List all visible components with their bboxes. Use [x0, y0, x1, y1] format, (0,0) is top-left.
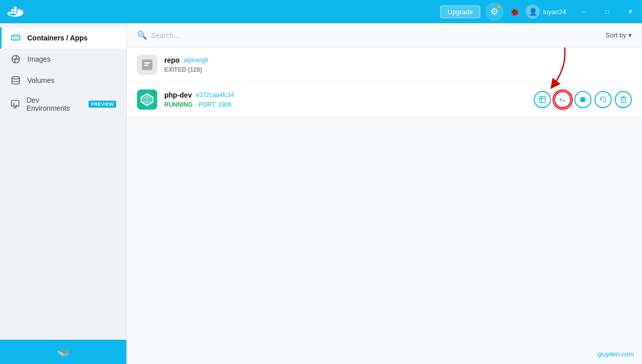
search-input[interactable]	[151, 31, 293, 39]
container-name: php-dev	[164, 91, 192, 99]
container-info-phpdev: php-dev e372caa4fc34 RUNNING PORT: 3306	[164, 91, 534, 108]
chevron-down-icon: ▾	[628, 31, 632, 39]
titlebar: Upgrade ⚙ 🐞 👤 luyao24 ─ □ ✕	[0, 0, 642, 23]
watermark: qiuyilen.com	[598, 350, 634, 358]
svg-rect-18	[621, 98, 626, 102]
search-wrap: 🔍	[137, 30, 293, 40]
search-icon: 🔍	[137, 30, 147, 40]
sidebar-item-images[interactable]: Images	[0, 49, 126, 70]
container-icon-phpdev	[137, 89, 157, 110]
sort-by-button[interactable]: Sort by ▾	[606, 31, 632, 39]
svg-rect-12	[12, 101, 19, 107]
sidebar-volumes-label: Volumes	[27, 76, 55, 84]
svg-rect-15	[144, 65, 148, 66]
bug-button[interactable]: 🐞	[506, 3, 524, 21]
images-icon	[10, 54, 21, 65]
container-meta: RUNNING PORT: 3306	[164, 101, 534, 108]
containers-icon	[10, 32, 21, 43]
sidebar-images-label: Images	[27, 55, 51, 63]
app-logo	[6, 5, 24, 19]
container-actions	[534, 91, 632, 108]
stop-button[interactable]	[574, 91, 591, 108]
volumes-icon	[10, 75, 21, 86]
container-tag: alpine/git	[184, 57, 208, 64]
sidebar-item-containers[interactable]: Containers / Apps	[0, 27, 126, 49]
dev-environments-icon	[10, 99, 20, 110]
svg-point-11	[12, 77, 20, 79]
avatar: 👤	[526, 5, 540, 19]
svg-rect-0	[9, 12, 11, 14]
container-name-row: repo alpine/git	[164, 56, 632, 64]
cli-button[interactable]	[554, 91, 571, 108]
footer-whale-icon: 🐳	[57, 345, 70, 358]
preview-badge: PREVIEW	[88, 101, 116, 108]
container-row[interactable]: php-dev e372caa4fc34 RUNNING PORT: 3306	[127, 82, 642, 117]
docker-whale-icon	[6, 5, 24, 19]
user-menu[interactable]: 👤 luyao24	[526, 5, 566, 19]
status-badge: RUNNING	[164, 101, 193, 108]
search-bar: 🔍 Sort by ▾	[127, 23, 642, 48]
sidebar-item-dev-environments[interactable]: Dev Environments PREVIEW	[0, 91, 126, 117]
open-browser-button[interactable]	[534, 91, 551, 108]
sidebar-dev-label: Dev Environments	[26, 96, 80, 112]
svg-rect-17	[580, 97, 585, 102]
svg-rect-1	[11, 12, 14, 14]
container-tag: e372caa4fc34	[196, 92, 234, 99]
svg-rect-4	[14, 9, 17, 11]
svg-rect-8	[13, 37, 18, 39]
svg-rect-3	[11, 9, 14, 11]
minimize-button[interactable]: ─	[572, 0, 595, 23]
upgrade-button[interactable]: Upgrade	[440, 6, 481, 18]
notification-dot	[497, 5, 501, 9]
close-button[interactable]: ✕	[619, 0, 642, 23]
maximize-button[interactable]: □	[595, 0, 619, 23]
main-content: 🔍 Sort by ▾ repo alpine/git	[127, 23, 642, 364]
sidebar-nav: Containers / Apps Images Volumes Dev Env…	[0, 23, 126, 340]
restart-button[interactable]	[594, 91, 612, 108]
container-meta: EXITED (128)	[164, 66, 632, 73]
titlebar-controls: Upgrade ⚙ 🐞 👤 luyao24 ─ □ ✕	[440, 0, 642, 23]
svg-rect-9	[12, 34, 20, 36]
sidebar-containers-label: Containers / Apps	[27, 34, 87, 42]
container-info-repo: repo alpine/git EXITED (128)	[164, 56, 632, 73]
container-name-row: php-dev e372caa4fc34	[164, 91, 534, 99]
container-row[interactable]: repo alpine/git EXITED (128)	[127, 48, 642, 82]
sidebar-footer: 🐳	[0, 340, 126, 364]
sort-label: Sort by	[606, 31, 626, 39]
svg-rect-2	[14, 12, 17, 14]
sidebar-item-volumes[interactable]: Volumes	[0, 70, 126, 91]
delete-button[interactable]	[615, 91, 632, 108]
container-name: repo	[164, 56, 179, 64]
container-icon-repo	[137, 55, 157, 75]
status-badge: EXITED (128)	[164, 66, 202, 73]
svg-point-6	[21, 10, 23, 12]
sidebar: Containers / Apps Images Volumes Dev Env…	[0, 23, 127, 364]
username-label: luyao24	[543, 8, 566, 16]
svg-rect-5	[14, 7, 17, 9]
port-info: PORT: 3306	[199, 101, 232, 108]
window-controls: ─ □ ✕	[572, 0, 642, 23]
svg-rect-14	[144, 62, 150, 63]
container-list: repo alpine/git EXITED (128)	[127, 48, 642, 364]
settings-button[interactable]: ⚙	[485, 3, 503, 21]
svg-rect-16	[539, 97, 545, 103]
app-body: Containers / Apps Images Volumes Dev Env…	[0, 23, 642, 364]
